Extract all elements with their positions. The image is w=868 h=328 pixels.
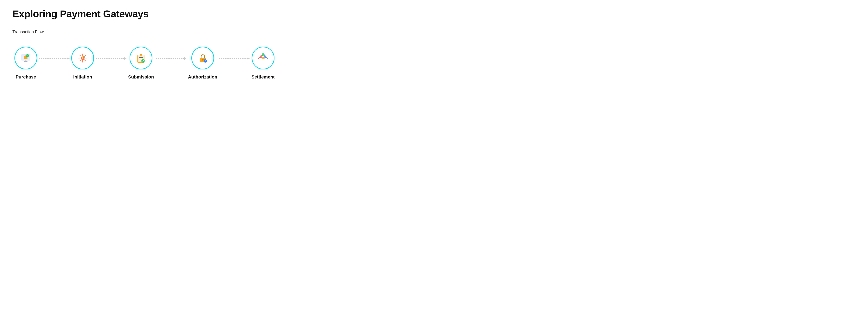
handshake-icon: $ [256,51,270,65]
svg-line-15 [80,60,81,61]
arrow-4 [217,57,251,60]
settlement-circle: $ [252,47,275,69]
submission-circle [130,47,152,69]
dashed-line-4 [219,58,248,59]
svg-text:$: $ [262,54,264,56]
submission-label: Submission [128,74,154,80]
arrow-head-4 [248,57,250,60]
lock-badge-icon [195,51,210,65]
svg-rect-29 [202,60,203,61]
shopping-bag-icon [19,51,33,65]
page-title: Exploring Payment Gateways [12,8,277,20]
dashed-line-3 [156,58,185,59]
initiation-circle [71,47,94,69]
svg-line-12 [80,55,81,56]
arrow-head-2 [124,57,126,60]
svg-point-31 [261,57,265,59]
arrow-head-3 [184,57,186,60]
svg-line-13 [84,60,86,61]
step-purchase: Purchase [14,47,37,80]
arrow-head-1 [68,57,70,60]
arrow-2 [94,57,128,60]
svg-point-4 [26,54,29,57]
svg-line-14 [84,55,86,56]
arrow-1 [37,57,71,60]
dashed-line-2 [96,58,125,59]
purchase-circle [14,47,37,69]
arrow-3 [154,57,188,60]
svg-point-19 [81,59,82,59]
gear-spark-icon [75,51,90,65]
purchase-label: Purchase [16,74,36,80]
step-authorization: Authorization [188,47,217,80]
settlement-label: Settlement [251,74,275,80]
svg-rect-6 [24,61,28,62]
step-initiation: Initiation [71,47,94,80]
transaction-flow: Purchase [12,42,277,84]
step-submission: Submission [128,47,154,80]
authorization-label: Authorization [188,74,217,80]
svg-rect-22 [140,54,142,56]
svg-point-16 [82,57,84,59]
dashed-line-1 [39,58,68,59]
section-label: Transaction Flow [12,30,277,34]
svg-point-18 [84,57,85,58]
svg-point-17 [82,56,83,57]
clipboard-check-icon [134,51,148,65]
step-settlement: $ Settlement [251,47,275,80]
initiation-label: Initiation [73,74,92,80]
authorization-circle [191,47,214,69]
